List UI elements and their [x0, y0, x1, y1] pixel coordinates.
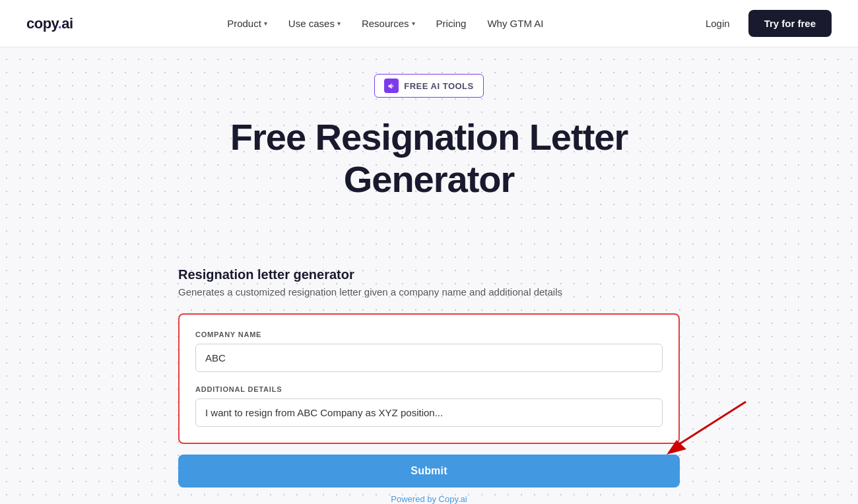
- nav-item-pricing[interactable]: Pricing: [436, 18, 467, 29]
- logo-dot: .: [58, 15, 62, 32]
- nav-link-pricing[interactable]: Pricing: [436, 18, 467, 29]
- submit-button[interactable]: Submit: [178, 455, 680, 488]
- try-for-free-button[interactable]: Try for free: [748, 10, 832, 37]
- nav-label-use-cases: Use cases: [288, 18, 335, 29]
- nav-link-use-cases[interactable]: Use cases ▾: [288, 18, 341, 29]
- login-button[interactable]: Login: [698, 13, 738, 34]
- nav-item-why-gtm[interactable]: Why GTM AI: [487, 18, 543, 29]
- nav-label-resources: Resources: [362, 18, 409, 29]
- nav-link-product[interactable]: Product ▾: [227, 18, 267, 29]
- nav-item-use-cases[interactable]: Use cases ▾: [288, 18, 341, 29]
- nav-menu: Product ▾ Use cases ▾ Resources ▾ Pricin…: [227, 18, 543, 29]
- chevron-down-icon: ▾: [264, 20, 267, 27]
- svg-line-0: [673, 402, 746, 448]
- main-content: FREE AI TOOLS Free Resignation Letter Ge…: [165, 47, 693, 267]
- powered-by: Powered by Copy.ai: [178, 494, 680, 504]
- navbar-actions: Login Try for free: [698, 10, 832, 37]
- form-area: Resignation letter generator Generates a…: [165, 267, 693, 504]
- nav-label-pricing: Pricing: [436, 18, 467, 29]
- free-tools-badge: FREE AI TOOLS: [374, 74, 483, 98]
- nav-item-resources[interactable]: Resources ▾: [362, 18, 415, 29]
- form-section-description: Generates a customized resignation lette…: [178, 286, 680, 298]
- nav-label-product: Product: [227, 18, 261, 29]
- submit-area: Submit: [178, 455, 680, 488]
- nav-link-why-gtm[interactable]: Why GTM AI: [487, 18, 543, 29]
- additional-details-label: ADDITIONAL DETAILS: [195, 385, 663, 393]
- nav-link-resources[interactable]: Resources ▾: [362, 18, 415, 29]
- nav-item-product[interactable]: Product ▾: [227, 18, 267, 29]
- megaphone-icon: [384, 79, 399, 93]
- navbar: copy.copy.aiai Product ▾ Use cases ▾ Res…: [0, 0, 858, 47]
- form-card: COMPANY NAME ADDITIONAL DETAILS: [178, 313, 680, 444]
- chevron-down-icon: ▾: [337, 20, 341, 27]
- chevron-down-icon: ▾: [412, 20, 415, 27]
- page-title: Free Resignation Letter Generator: [178, 116, 680, 201]
- badge-container: FREE AI TOOLS: [178, 74, 680, 98]
- form-section-title: Resignation letter generator: [178, 267, 680, 282]
- form-section: Resignation letter generator Generates a…: [178, 267, 680, 298]
- company-name-label: COMPANY NAME: [195, 331, 663, 338]
- nav-label-why-gtm: Why GTM AI: [487, 18, 543, 29]
- badge-label: FREE AI TOOLS: [404, 81, 473, 91]
- company-name-input[interactable]: [195, 344, 663, 372]
- logo[interactable]: copy.copy.aiai: [26, 15, 73, 32]
- additional-details-input[interactable]: [195, 398, 663, 427]
